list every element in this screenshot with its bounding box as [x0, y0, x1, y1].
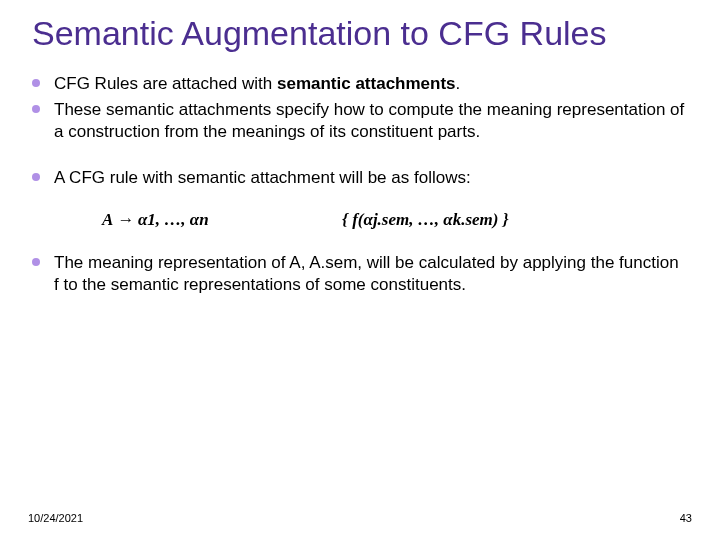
footer-page-number: 43 — [680, 512, 692, 524]
bullet-item: The meaning representation of A, A.sem, … — [32, 252, 688, 296]
bullet-icon — [32, 79, 40, 87]
bullet-text: These semantic attachments specify how t… — [54, 99, 688, 143]
slide: Semantic Augmentation to CFG Rules CFG R… — [0, 0, 720, 540]
bullet-item: CFG Rules are attached with semantic att… — [32, 73, 688, 95]
text-fragment: . — [456, 74, 461, 93]
slide-body: CFG Rules are attached with semantic att… — [32, 73, 688, 296]
bullet-text: A CFG rule with semantic attachment will… — [54, 167, 688, 189]
slide-footer: 10/24/2021 43 — [28, 512, 692, 524]
bullet-item: These semantic attachments specify how t… — [32, 99, 688, 143]
bullet-icon — [32, 105, 40, 113]
bullet-text: CFG Rules are attached with semantic att… — [54, 73, 688, 95]
bullet-text: The meaning representation of A, A.sem, … — [54, 252, 688, 296]
bullet-icon — [32, 173, 40, 181]
footer-date: 10/24/2021 — [28, 512, 83, 524]
text-fragment: CFG Rules are attached with — [54, 74, 277, 93]
slide-title: Semantic Augmentation to CFG Rules — [32, 14, 688, 53]
formula-row: A → α1, …, αn { f(αj.sem, …, αk.sem) } — [102, 209, 688, 231]
bullet-icon — [32, 258, 40, 266]
formula-rhs: { f(αj.sem, …, αk.sem) } — [342, 209, 509, 231]
bullet-item: A CFG rule with semantic attachment will… — [32, 167, 688, 189]
text-bold: semantic attachments — [277, 74, 456, 93]
formula-lhs: A → α1, …, αn — [102, 209, 342, 231]
